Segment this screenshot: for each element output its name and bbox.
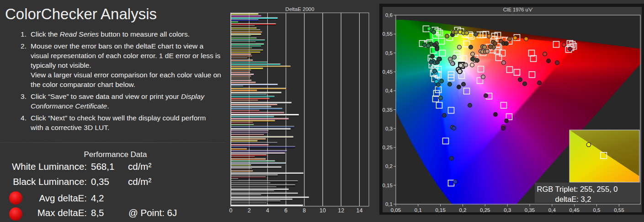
- svg-text:0,45: 0,45: [383, 69, 393, 75]
- svg-text:10: 10: [319, 207, 326, 214]
- svg-text:0,1: 0,1: [415, 207, 422, 213]
- svg-text:12: 12: [338, 207, 344, 214]
- svg-text:0,5: 0,5: [385, 50, 393, 56]
- svg-text:8: 8: [303, 207, 306, 214]
- svg-text:0,4: 0,4: [385, 88, 393, 93]
- svg-text:14: 14: [356, 207, 362, 214]
- svg-text:0,5: 0,5: [593, 207, 601, 213]
- svg-text:0,3: 0,3: [504, 207, 511, 213]
- svg-text:0,55: 0,55: [383, 31, 393, 37]
- svg-text:0,35: 0,35: [383, 107, 393, 113]
- svg-text:0,15: 0,15: [383, 183, 393, 188]
- svg-text:0,35: 0,35: [525, 207, 535, 213]
- svg-text:deltaE: 3,2: deltaE: 3,2: [555, 195, 591, 203]
- svg-text:0,45: 0,45: [569, 207, 580, 213]
- svg-text:6: 6: [284, 207, 287, 214]
- svg-text:2: 2: [248, 207, 251, 214]
- svg-text:0,55: 0,55: [614, 207, 624, 213]
- svg-text:4: 4: [266, 207, 269, 214]
- svg-text:0: 0: [229, 207, 233, 214]
- svg-text:0,1: 0,1: [385, 201, 393, 207]
- svg-text:0,4: 0,4: [548, 207, 556, 213]
- svg-text:DeltaE 2000: DeltaE 2000: [285, 6, 314, 12]
- svg-text:0,15: 0,15: [435, 207, 445, 213]
- svg-text:0,25: 0,25: [480, 207, 490, 213]
- svg-text:0,3: 0,3: [385, 126, 393, 131]
- svg-text:0,25: 0,25: [383, 145, 393, 150]
- svg-text:0,05: 0,05: [391, 207, 401, 213]
- svg-text:0,2: 0,2: [459, 207, 467, 213]
- svg-text:0,6: 0,6: [385, 12, 393, 18]
- svg-text:RGB Triplet: 255, 255, 0: RGB Triplet: 255, 255, 0: [537, 185, 617, 193]
- svg-text:0,2: 0,2: [385, 163, 393, 169]
- svg-text:CIE 1976 u'v': CIE 1976 u'v': [503, 7, 533, 12]
